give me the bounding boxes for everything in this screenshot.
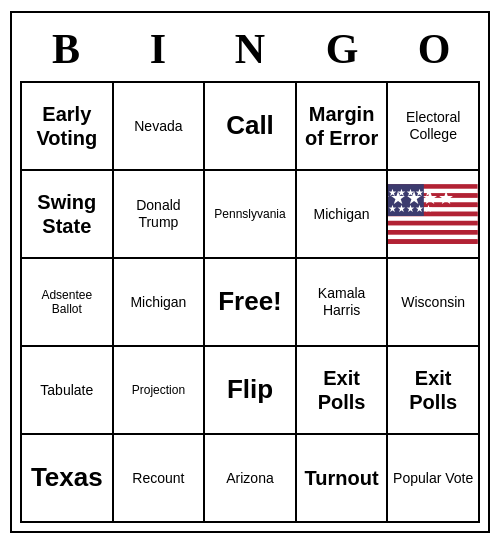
cell-text-2-2: Free! bbox=[218, 286, 282, 317]
cell-text-4-2: Arizona bbox=[226, 470, 273, 487]
cell-text-1-1: Donald Trump bbox=[118, 197, 200, 231]
svg-rect-11 bbox=[388, 235, 478, 240]
cell-4-1: Recount bbox=[114, 435, 206, 523]
cell-text-1-2: Pennslyvania bbox=[214, 207, 285, 221]
cell-1-3: Michigan bbox=[297, 171, 389, 259]
cell-3-0: Tabulate bbox=[22, 347, 114, 435]
cell-text-4-0: Texas bbox=[31, 462, 103, 493]
cell-1-0: Swing State bbox=[22, 171, 114, 259]
cell-2-3: Kamala Harris bbox=[297, 259, 389, 347]
bingo-letter-o: O bbox=[388, 21, 480, 77]
cell-text-3-0: Tabulate bbox=[40, 382, 93, 399]
bingo-letter-i: I bbox=[112, 21, 204, 77]
svg-text:★★★★★★: ★★★★★★ bbox=[388, 203, 433, 214]
bingo-letter-n: N bbox=[204, 21, 296, 77]
cell-text-0-0: Early Voting bbox=[26, 102, 108, 150]
cell-text-2-4: Wisconsin bbox=[401, 294, 465, 311]
cell-text-0-4: Electoral College bbox=[392, 109, 474, 143]
cell-1-4: ★★★★★★ ★★★★★★ ★★★★★★ bbox=[388, 171, 480, 259]
cell-0-4: Electoral College bbox=[388, 83, 480, 171]
cell-text-2-0: Adsentee Ballot bbox=[26, 288, 108, 317]
cell-0-3: Margin of Error bbox=[297, 83, 389, 171]
svg-rect-7 bbox=[388, 216, 478, 221]
cell-text-4-1: Recount bbox=[132, 470, 184, 487]
bingo-grid: Early VotingNevadaCallMargin of ErrorEle… bbox=[20, 81, 480, 523]
bingo-letter-g: G bbox=[296, 21, 388, 77]
cell-2-1: Michigan bbox=[114, 259, 206, 347]
cell-4-2: Arizona bbox=[205, 435, 297, 523]
cell-text-1-3: Michigan bbox=[314, 206, 370, 223]
cell-2-4: Wisconsin bbox=[388, 259, 480, 347]
svg-rect-12 bbox=[388, 239, 478, 244]
cell-0-0: Early Voting bbox=[22, 83, 114, 171]
cell-3-1: Projection bbox=[114, 347, 206, 435]
cell-text-2-1: Michigan bbox=[130, 294, 186, 311]
cell-text-2-3: Kamala Harris bbox=[301, 285, 383, 319]
svg-rect-10 bbox=[388, 230, 478, 235]
cell-text-0-2: Call bbox=[226, 110, 274, 141]
cell-0-1: Nevada bbox=[114, 83, 206, 171]
cell-3-2: Flip bbox=[205, 347, 297, 435]
bingo-card: BINGO Early VotingNevadaCallMargin of Er… bbox=[10, 11, 490, 533]
cell-text-3-2: Flip bbox=[227, 374, 273, 405]
cell-text-3-3: Exit Polls bbox=[301, 366, 383, 414]
cell-text-4-4: Popular Vote bbox=[393, 470, 473, 487]
cell-text-3-4: Exit Polls bbox=[392, 366, 474, 414]
svg-text:★★★★★★: ★★★★★★ bbox=[388, 187, 433, 198]
cell-1-1: Donald Trump bbox=[114, 171, 206, 259]
cell-text-3-1: Projection bbox=[132, 383, 185, 397]
cell-2-0: Adsentee Ballot bbox=[22, 259, 114, 347]
svg-rect-8 bbox=[388, 221, 478, 226]
cell-text-4-3: Turnout bbox=[305, 466, 379, 490]
bingo-letter-b: B bbox=[20, 21, 112, 77]
cell-4-0: Texas bbox=[22, 435, 114, 523]
cell-4-3: Turnout bbox=[297, 435, 389, 523]
cell-3-3: Exit Polls bbox=[297, 347, 389, 435]
cell-text-0-1: Nevada bbox=[134, 118, 182, 135]
cell-3-4: Exit Polls bbox=[388, 347, 480, 435]
bingo-header: BINGO bbox=[20, 21, 480, 77]
cell-1-2: Pennslyvania bbox=[205, 171, 297, 259]
cell-2-2: Free! bbox=[205, 259, 297, 347]
svg-rect-9 bbox=[388, 225, 478, 230]
cell-0-2: Call bbox=[205, 83, 297, 171]
cell-text-1-0: Swing State bbox=[26, 190, 108, 238]
cell-4-4: Popular Vote bbox=[388, 435, 480, 523]
cell-text-0-3: Margin of Error bbox=[301, 102, 383, 150]
